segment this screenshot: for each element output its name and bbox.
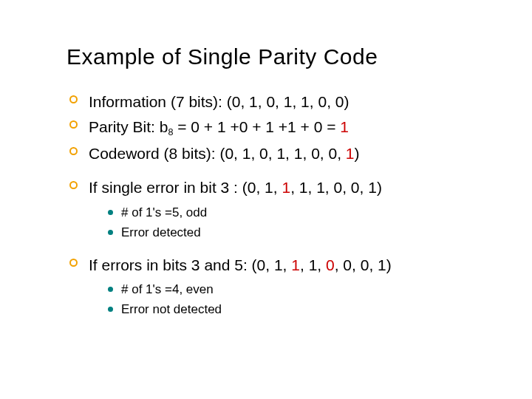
bullet-parity: Parity Bit: b8 = 0 + 1 +0 + 1 +1 + 0 = 1	[66, 117, 488, 139]
text-double-prefix: If errors in bits 3 and 5: (0, 1,	[89, 256, 291, 273]
text-codeword-suffix: )	[355, 145, 360, 162]
sub-double-count: # of 1's =4, even	[106, 282, 488, 299]
sub-single-detected: Error detected	[106, 225, 488, 242]
bullet-double-error: If errors in bits 3 and 5: (0, 1, 1, 1, …	[66, 255, 488, 318]
slide-title: Example of Single Parity Code	[66, 44, 488, 69]
text-information: Information (7 bits): (0, 1, 0, 1, 1, 0,…	[89, 93, 349, 110]
text-single-detected: Error detected	[121, 225, 201, 239]
text-single-count: # of 1's =5, odd	[121, 205, 207, 219]
sub-double-notdetected: Error not detected	[106, 301, 488, 318]
text-double-notdetected: Error not detected	[121, 302, 222, 316]
text-parity-prefix: Parity Bit: b	[89, 118, 168, 135]
text-double-suffix: , 0, 0, 1)	[335, 256, 392, 273]
bullet-single-error: If single error in bit 3 : (0, 1, 1, 1, …	[66, 177, 488, 241]
text-double-count: # of 1's =4, even	[121, 282, 214, 296]
text-double-red1: 1	[291, 256, 300, 273]
text-parity-expr: = 0 + 1 +0 + 1 +1 + 0 =	[173, 118, 340, 135]
text-double-red2: 0	[326, 256, 335, 273]
text-single-prefix: If single error in bit 3 : (0, 1,	[89, 179, 282, 196]
text-parity-result: 1	[340, 118, 349, 135]
slide: Example of Single Parity Code Informatio…	[0, 0, 532, 399]
text-codeword-prefix: Codeword (8 bits): (0, 1, 0, 1, 1, 0, 0,	[89, 145, 346, 162]
text-single-suffix: , 1, 1, 0, 0, 1)	[290, 179, 382, 196]
single-error-sublist: # of 1's =5, odd Error detected	[106, 205, 488, 242]
sub-single-count: # of 1's =5, odd	[106, 205, 488, 222]
text-single-red: 1	[282, 179, 290, 196]
bullet-codeword: Codeword (8 bits): (0, 1, 0, 1, 1, 0, 0,…	[66, 143, 488, 164]
text-codeword-red: 1	[346, 145, 355, 162]
bullet-information: Information (7 bits): (0, 1, 0, 1, 1, 0,…	[66, 92, 488, 112]
double-error-sublist: # of 1's =4, even Error not detected	[106, 282, 488, 318]
text-double-mid: , 1,	[300, 256, 326, 273]
bullet-list: Information (7 bits): (0, 1, 0, 1, 1, 0,…	[66, 92, 488, 318]
